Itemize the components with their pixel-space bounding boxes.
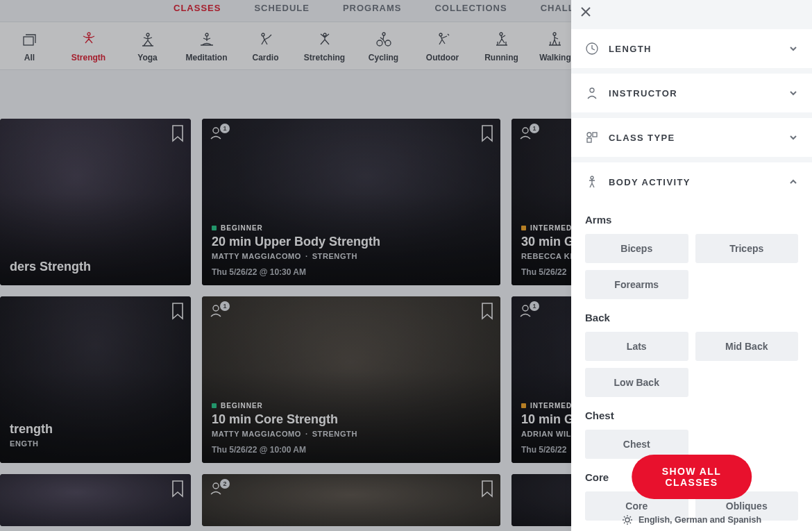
filter-body-activity[interactable]: BODY ACTIVITY (571, 162, 812, 201)
filter-label: LENGTH (609, 44, 779, 54)
class-subtitle: ENGTH (10, 439, 181, 448)
bookmark-icon[interactable] (480, 302, 495, 320)
category-strength[interactable]: Strength (59, 32, 118, 62)
class-card[interactable]: trength ENGTH (0, 296, 191, 463)
clock-icon (585, 42, 599, 56)
category-label: Yoga (137, 53, 157, 62)
language-text: English, German and Spanish (638, 515, 761, 525)
filter-label: BODY ACTIVITY (609, 177, 779, 187)
outdoor-icon (433, 32, 452, 47)
category-label: Cardio (252, 53, 278, 62)
friends-badge[interactable]: 1 (209, 303, 230, 317)
bookmark-icon[interactable] (480, 480, 495, 498)
category-cardio[interactable]: Cardio (236, 32, 295, 62)
chip-triceps[interactable]: Triceps (695, 234, 799, 263)
chevron-down-icon (788, 133, 798, 142)
class-card[interactable]: ders Strength (0, 119, 191, 285)
friends-badge[interactable]: 1 (518, 126, 539, 140)
friends-badge[interactable]: 1 (209, 126, 230, 140)
meditation-icon (197, 32, 217, 47)
svg-point-22 (591, 176, 593, 179)
svg-point-23 (625, 518, 629, 522)
chip-lowback[interactable]: Low Back (585, 368, 688, 397)
category-label: Meditation (186, 53, 228, 62)
category-outdoor[interactable]: Outdoor (413, 32, 472, 62)
chip-forearms[interactable]: Forearms (585, 270, 688, 299)
categories-icon (585, 130, 599, 144)
svg-rect-20 (593, 133, 597, 137)
walking-icon (545, 32, 565, 47)
chip-lats[interactable]: Lats (585, 332, 688, 361)
svg-point-12 (213, 128, 219, 133)
chevron-down-icon (788, 88, 798, 98)
class-title: ders Strength (10, 260, 181, 274)
category-cycling[interactable]: Cycling (354, 32, 413, 62)
friends-count: 1 (530, 124, 539, 133)
category-running[interactable]: Running (472, 32, 531, 62)
class-title: 20 min Upper Body Strength (212, 235, 491, 249)
language-selector[interactable]: English, German and Spanish (571, 514, 812, 525)
svg-point-14 (213, 305, 219, 311)
category-label: Running (484, 53, 518, 62)
class-title: 10 min Core Strength (212, 412, 491, 427)
class-card[interactable] (0, 474, 191, 526)
category-stretching[interactable]: Stretching (295, 32, 354, 62)
nav-collections[interactable]: COLLECTIONS (434, 3, 507, 13)
chevron-down-icon (788, 44, 798, 53)
cycling-icon (374, 32, 394, 47)
chip-midback[interactable]: Mid Back (695, 332, 799, 361)
close-icon[interactable] (580, 6, 592, 21)
category-meditation[interactable]: Meditation (177, 32, 236, 62)
class-subtitle: MATTY MAGGIACOMO·STRENGTH (212, 430, 491, 438)
filter-length[interactable]: LENGTH (571, 29, 812, 68)
difficulty-badge: BEGINNER (212, 402, 491, 410)
running-icon (492, 32, 511, 47)
show-all-classes-button[interactable]: SHOW ALL CLASSES (632, 455, 752, 499)
category-label: Strength (71, 53, 105, 62)
svg-point-7 (385, 40, 391, 46)
category-all[interactable]: All (0, 32, 59, 62)
cardio-icon (256, 32, 276, 47)
category-label: Stretching (304, 53, 345, 62)
body-icon (585, 175, 599, 189)
friends-badge[interactable]: 1 (518, 303, 539, 317)
class-datetime: Thu 5/26/22 @ 10:00 AM (212, 445, 491, 455)
category-yoga[interactable]: Yoga (118, 32, 177, 62)
friends-count: 1 (220, 301, 230, 311)
svg-point-18 (590, 88, 594, 92)
class-card[interactable]: 1 BEGINNER 20 min Upper Body Strength MA… (202, 119, 500, 285)
bookmark-icon[interactable] (170, 124, 185, 142)
gear-icon (622, 514, 633, 525)
svg-point-9 (439, 33, 442, 36)
svg-point-4 (262, 33, 264, 36)
difficulty-badge: BEGINNER (212, 224, 491, 232)
yoga-icon (138, 32, 158, 47)
stretching-icon (315, 32, 335, 47)
friends-badge[interactable]: 2 (209, 481, 230, 495)
class-title: trength (10, 422, 181, 437)
filter-class-type[interactable]: CLASS TYPE (571, 118, 812, 157)
svg-point-2 (146, 33, 149, 36)
friends-count: 2 (220, 479, 230, 489)
svg-point-16 (213, 483, 219, 489)
bookmark-icon[interactable] (170, 302, 185, 320)
chip-biceps[interactable]: Biceps (585, 234, 688, 263)
nav-programs[interactable]: PROGRAMS (343, 3, 402, 13)
svg-point-6 (377, 40, 382, 46)
bookmark-icon[interactable] (480, 124, 495, 142)
group-arms-label: Arms (585, 214, 798, 226)
svg-point-10 (500, 33, 502, 35)
class-card[interactable]: 1 BEGINNER 10 min Core Strength MATTY MA… (202, 296, 500, 463)
category-label: Cycling (369, 53, 398, 62)
stack-icon (20, 32, 40, 47)
nav-schedule[interactable]: SCHEDULE (254, 3, 310, 13)
nav-classes[interactable]: CLASSES (174, 3, 221, 13)
class-card[interactable]: 2 (202, 474, 500, 526)
filter-panel: LENGTH INSTRUCTOR CLASS TYPE BODY ACTIVI… (571, 0, 812, 531)
svg-rect-0 (24, 37, 33, 45)
friends-count: 1 (220, 124, 230, 133)
svg-point-19 (587, 133, 591, 137)
bookmark-icon[interactable] (170, 480, 185, 498)
svg-point-11 (553, 33, 556, 35)
filter-instructor[interactable]: INSTRUCTOR (571, 74, 812, 112)
